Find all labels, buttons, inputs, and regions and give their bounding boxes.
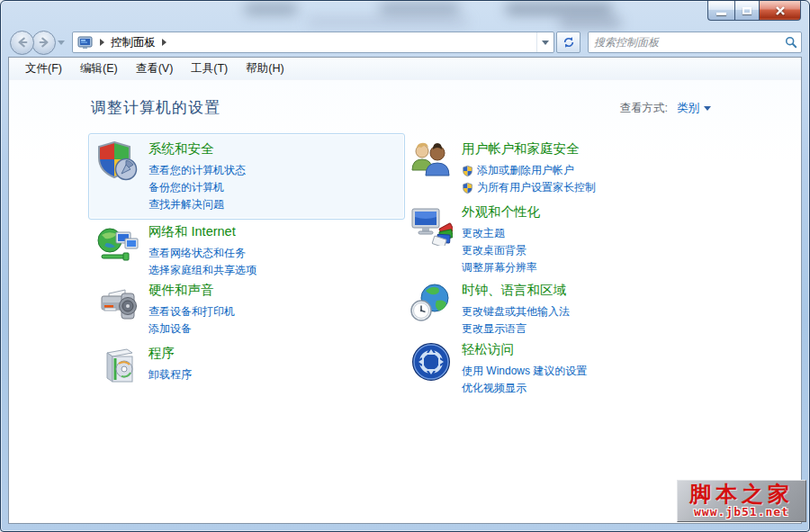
category-user-accounts[interactable]: 用户帐户和家庭安全 添加或删除用户帐户 xyxy=(401,133,718,203)
menu-help[interactable]: 帮助(H) xyxy=(237,59,292,79)
refresh-icon xyxy=(562,36,575,49)
task-link-add-device[interactable]: 添加设备 xyxy=(148,320,235,338)
page-title: 调整计算机的设置 xyxy=(91,97,220,118)
menu-file[interactable]: 文件(F) xyxy=(16,59,71,79)
search-input[interactable] xyxy=(594,36,785,49)
address-bar[interactable]: 控制面板 xyxy=(72,32,554,53)
maximize-icon xyxy=(742,7,752,14)
task-link-optimize-visual-display[interactable]: 优化视频显示 xyxy=(462,380,587,397)
category-appearance[interactable]: 外观和个性化 更改主题 更改桌面背景 调整屏幕分辨率 xyxy=(401,196,718,283)
task-link-backup-computer[interactable]: 备份您的计算机 xyxy=(148,179,246,196)
menu-view[interactable]: 查看(V) xyxy=(127,59,183,79)
task-link-add-remove-accounts[interactable]: 添加或删除用户帐户 xyxy=(462,162,596,179)
menu-tools[interactable]: 工具(T) xyxy=(182,59,237,79)
printer-sound-icon xyxy=(96,281,140,324)
program-box-icon xyxy=(96,344,140,387)
category-title-network-internet[interactable]: 网络和 Internet xyxy=(148,223,256,240)
minimize-button[interactable] xyxy=(707,1,734,21)
task-link-change-keyboards[interactable]: 更改键盘或其他输入法 xyxy=(462,303,570,320)
task-link-uninstall-program[interactable]: 卸载程序 xyxy=(148,366,192,383)
category-system-security[interactable]: 系统和安全 查看您的计算机状态 备份您的计算机 查找并解决问题 xyxy=(88,133,405,220)
breadcrumb-arrow-icon[interactable] xyxy=(100,39,104,46)
title-bar[interactable] xyxy=(1,1,809,28)
category-title-appearance[interactable]: 外观和个性化 xyxy=(462,203,540,221)
task-link-parental-controls[interactable]: 为所有用户设置家长控制 xyxy=(462,179,596,196)
view-by-label: 查看方式: xyxy=(620,101,668,116)
ease-of-access-icon xyxy=(410,340,453,383)
address-dropdown-button[interactable] xyxy=(536,32,554,52)
breadcrumb-control-panel[interactable]: 控制面板 xyxy=(111,35,156,50)
users-icon xyxy=(410,140,453,183)
task-link-devices-printers[interactable]: 查看设备和打印机 xyxy=(148,303,235,320)
security-shield-icon xyxy=(96,140,140,183)
search-icon[interactable] xyxy=(785,36,797,49)
navigation-toolbar: 控制面板 xyxy=(8,28,802,57)
task-link-label: 添加或删除用户帐户 xyxy=(477,162,574,179)
category-programs[interactable]: 程序 卸载程序 xyxy=(88,338,405,393)
task-link-change-desktop-background[interactable]: 更改桌面背景 xyxy=(462,242,540,259)
recent-pages-chevron-icon[interactable] xyxy=(56,33,67,51)
window-controls xyxy=(707,1,801,21)
uac-shield-icon xyxy=(462,182,473,194)
appearance-monitor-icon xyxy=(410,203,453,246)
refresh-button[interactable] xyxy=(556,32,580,53)
network-globe-icon xyxy=(96,222,140,266)
task-link-view-network-status[interactable]: 查看网络状态和任务 xyxy=(148,245,256,262)
back-arrow-icon xyxy=(16,36,29,49)
view-by-control: 查看方式: 类别 xyxy=(620,101,711,116)
view-by-selector[interactable]: 类别 xyxy=(677,101,711,116)
category-title-programs[interactable]: 程序 xyxy=(148,345,192,362)
client-area: 文件(F) 编辑(E) 查看(V) 工具(T) 帮助(H) 调整计算机的设置 查… xyxy=(8,57,802,524)
task-link-check-computer-status[interactable]: 查看您的计算机状态 xyxy=(148,162,246,179)
menu-edit[interactable]: 编辑(E) xyxy=(71,59,127,79)
category-title-hardware-sound[interactable]: 硬件和声音 xyxy=(148,282,235,299)
control-panel-home: 调整计算机的设置 查看方式: 类别 xyxy=(9,80,801,523)
dropdown-arrow-icon xyxy=(542,41,549,45)
category-title-user-accounts[interactable]: 用户帐户和家庭安全 xyxy=(462,140,596,158)
breadcrumb-arrow-icon[interactable] xyxy=(162,39,166,46)
menu-bar: 文件(F) 编辑(E) 查看(V) 工具(T) 帮助(H) xyxy=(9,58,801,80)
category-hardware-sound[interactable]: 硬件和声音 查看设备和打印机 添加设备 xyxy=(88,275,405,344)
uac-shield-icon xyxy=(462,165,473,177)
forward-button[interactable] xyxy=(32,31,56,55)
clock-region-icon xyxy=(410,281,453,324)
task-link-find-fix-problems[interactable]: 查找并解决问题 xyxy=(148,196,246,213)
category-title-clock-language[interactable]: 时钟、语言和区域 xyxy=(462,282,570,299)
forward-arrow-icon xyxy=(38,36,50,49)
close-button[interactable] xyxy=(760,1,801,21)
watermark-url: www.jb51.net xyxy=(694,505,789,518)
close-icon xyxy=(775,5,786,16)
search-box xyxy=(588,32,802,53)
watermark-title: 脚本之家 xyxy=(689,483,794,505)
minimize-icon xyxy=(716,13,726,15)
view-by-dropdown-icon xyxy=(704,106,711,111)
task-link-suggested-settings[interactable]: 使用 Windows 建议的设置 xyxy=(462,363,587,380)
category-ease-of-access[interactable]: 轻松访问 使用 Windows 建议的设置 优化视频显示 xyxy=(401,334,718,403)
watermark-jb51: 脚本之家 www.jb51.net xyxy=(677,480,806,522)
back-button[interactable] xyxy=(10,31,34,55)
task-link-label: 为所有用户设置家长控制 xyxy=(477,179,596,196)
category-title-ease-of-access[interactable]: 轻松访问 xyxy=(462,341,587,358)
view-by-value: 类别 xyxy=(677,101,699,116)
control-panel-window: 控制面板 文件(F) 编辑(E) 查看(V) 工具(T) xyxy=(0,0,810,532)
maximize-button[interactable] xyxy=(734,1,760,21)
category-title-system-security[interactable]: 系统和安全 xyxy=(148,140,246,158)
task-link-change-theme[interactable]: 更改主题 xyxy=(462,225,540,242)
control-panel-icon xyxy=(77,36,94,50)
